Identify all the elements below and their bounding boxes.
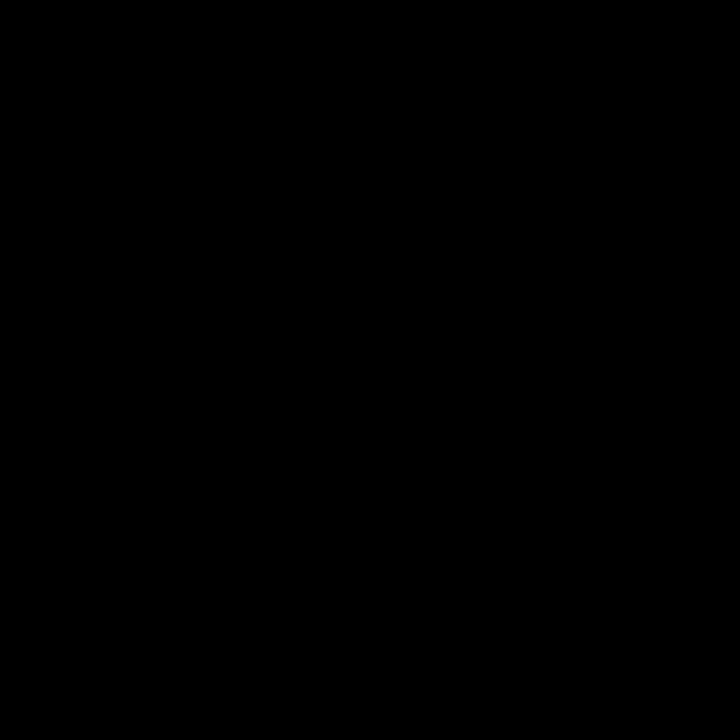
plot-area bbox=[27, 27, 704, 704]
curve-line bbox=[29, 29, 703, 703]
